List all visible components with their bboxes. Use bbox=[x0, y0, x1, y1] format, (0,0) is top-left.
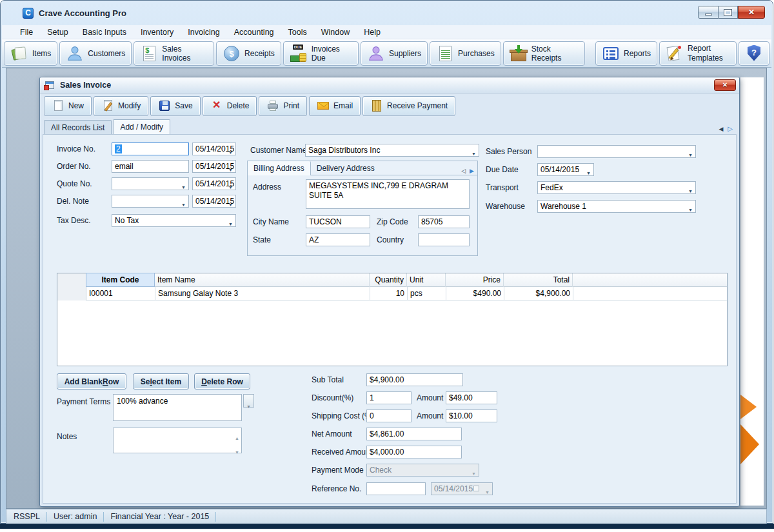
invoice-no-label: Invoice No. bbox=[57, 143, 95, 155]
cell-unit[interactable]: pcs bbox=[408, 287, 446, 300]
col-total[interactable]: Total bbox=[504, 273, 573, 287]
address-field[interactable]: MEGASYSTEMS INC,799 E DRAGRAM SUITE 5A bbox=[306, 179, 470, 209]
prev-tab-icon[interactable] bbox=[719, 122, 723, 133]
payment-mode-combo[interactable]: Check bbox=[366, 464, 479, 477]
invoice-toolbar: New Modify Save ✕ Delete Print bbox=[40, 94, 739, 118]
tab-delivery-address[interactable]: Delivery Address bbox=[311, 161, 381, 175]
state-field[interactable]: AZ bbox=[306, 233, 370, 246]
maximize-button[interactable] bbox=[719, 6, 738, 19]
col-item-name[interactable]: Item Name bbox=[155, 273, 370, 287]
toolbar-help-button[interactable]: ? bbox=[739, 41, 769, 66]
save-icon bbox=[158, 99, 171, 112]
sales-invoice-close-button[interactable]: ✕ bbox=[714, 79, 736, 91]
shipping-percent-field[interactable]: 0 bbox=[366, 409, 412, 422]
menu-file[interactable]: File bbox=[13, 26, 40, 38]
next-tab-icon[interactable] bbox=[728, 122, 733, 133]
delete-button[interactable]: ✕ Delete bbox=[203, 96, 257, 116]
menu-invoicing[interactable]: Invoicing bbox=[181, 26, 226, 38]
app-window: C Crave Accounting Pro ✕ File Setup Basi… bbox=[0, 0, 773, 524]
menu-window[interactable]: Window bbox=[314, 26, 357, 38]
menu-accounting[interactable]: Accounting bbox=[227, 26, 281, 38]
sales-invoice-titlebar[interactable]: Sales Invoice bbox=[40, 77, 739, 94]
toolbar-customers-button[interactable]: Customers bbox=[59, 41, 132, 66]
print-button[interactable]: Print bbox=[259, 96, 307, 116]
invoice-no-field[interactable]: 2 bbox=[112, 143, 189, 155]
row-selector[interactable] bbox=[57, 287, 86, 300]
order-no-field[interactable]: email bbox=[112, 160, 189, 173]
received-amount-field[interactable]: $4,000.00 bbox=[366, 446, 462, 458]
sales-person-combo[interactable] bbox=[537, 145, 696, 158]
warehouse-combo[interactable]: Warehouse 1 bbox=[537, 200, 696, 213]
prev-address-tab-icon[interactable] bbox=[461, 164, 466, 175]
col-item-code[interactable]: Item Code bbox=[86, 273, 155, 287]
menu-help[interactable]: Help bbox=[357, 26, 388, 38]
new-button[interactable]: New bbox=[44, 96, 92, 116]
add-blank-row-button[interactable]: Add Blank Row bbox=[57, 373, 126, 389]
receive-payment-button[interactable]: Receive Payment bbox=[362, 96, 455, 116]
menu-tools[interactable]: Tools bbox=[281, 26, 314, 38]
discount-percent-field[interactable]: 1 bbox=[366, 391, 412, 404]
toolbar-stock-receipts-button[interactable]: Stock Receipts bbox=[503, 41, 585, 66]
due-date-combo[interactable]: 05/14/2015 bbox=[537, 163, 594, 176]
cell-total[interactable]: $4,900.00 bbox=[504, 287, 573, 300]
email-button[interactable]: Email bbox=[309, 96, 361, 116]
del-note-combo[interactable] bbox=[112, 195, 189, 208]
toolbar-report-templates-button[interactable]: Report Templates bbox=[659, 41, 737, 66]
toolbar-items-button[interactable]: Items bbox=[4, 41, 57, 66]
zip-field[interactable]: 85705 bbox=[418, 215, 470, 228]
col-price[interactable]: Price bbox=[446, 273, 504, 287]
date-checkbox[interactable] bbox=[473, 486, 479, 491]
delete-row-button[interactable]: Delete Row bbox=[194, 373, 250, 389]
del-note-date-combo[interactable]: 05/14/2015 bbox=[192, 195, 236, 208]
tab-billing-address[interactable]: Billing Address bbox=[248, 161, 311, 175]
country-field[interactable] bbox=[418, 233, 470, 246]
shipping-amount-field[interactable]: $10.00 bbox=[446, 409, 497, 422]
col-quantity[interactable]: Quantity bbox=[370, 273, 407, 287]
row-selector-header[interactable] bbox=[57, 273, 86, 287]
payment-terms-field[interactable]: 100% advance bbox=[113, 394, 242, 421]
next-address-tab-icon[interactable] bbox=[470, 164, 474, 175]
net-amount-field[interactable]: $4,861.00 bbox=[366, 428, 462, 440]
city-field[interactable]: TUCSON bbox=[306, 215, 370, 228]
transport-combo[interactable]: FedEx bbox=[537, 181, 696, 194]
minimize-button[interactable] bbox=[698, 6, 719, 19]
reference-no-field[interactable] bbox=[366, 482, 426, 495]
cell-quantity[interactable]: 10 bbox=[370, 287, 408, 300]
due-date-label: Due Date bbox=[486, 163, 519, 176]
col-unit[interactable]: Unit bbox=[407, 273, 446, 287]
select-item-button[interactable]: Select Item bbox=[133, 373, 189, 389]
notes-field[interactable] bbox=[113, 428, 242, 453]
sub-total-label: Sub Total bbox=[312, 373, 344, 386]
screen: C Crave Accounting Pro ✕ File Setup Basi… bbox=[0, 0, 774, 532]
toolbar-sales-invoices-button[interactable]: $ Sales Invoices bbox=[134, 41, 214, 66]
tab-add-modify[interactable]: Add / Modify bbox=[113, 119, 170, 134]
save-button[interactable]: Save bbox=[150, 96, 200, 116]
reference-date-combo[interactable]: 05/14/2015 bbox=[431, 482, 493, 495]
invoice-date-combo[interactable]: 05/14/2015 bbox=[192, 143, 236, 155]
modify-button[interactable]: Modify bbox=[94, 96, 148, 116]
cell-item-name[interactable]: Samsung Galay Note 3 bbox=[155, 287, 370, 300]
menu-basic-inputs[interactable]: Basic Inputs bbox=[75, 26, 134, 38]
customer-name-combo[interactable]: Saga Distributors Inc bbox=[305, 144, 479, 157]
tab-all-records-list[interactable]: All Records List bbox=[44, 120, 112, 134]
quote-no-combo[interactable] bbox=[112, 177, 189, 190]
toolbar-reports-button[interactable]: Reports bbox=[595, 41, 657, 66]
app-titlebar[interactable]: C Crave Accounting Pro ✕ bbox=[1, 1, 773, 25]
menu-inventory[interactable]: Inventory bbox=[134, 26, 181, 38]
toolbar-suppliers-button[interactable]: Suppliers bbox=[361, 41, 428, 66]
dropdown-arrow-icon bbox=[688, 150, 693, 159]
order-date-combo[interactable]: 05/14/2015 bbox=[192, 160, 236, 173]
toolbar-receipts-button[interactable]: $ Receipts bbox=[216, 41, 281, 66]
toolbar-purchases-button[interactable]: Purchases bbox=[430, 41, 501, 66]
payment-terms-dropdown-button[interactable] bbox=[243, 394, 254, 408]
menu-setup[interactable]: Setup bbox=[40, 26, 75, 38]
close-button[interactable]: ✕ bbox=[738, 6, 765, 19]
toolbar-invoices-due-button[interactable]: DUE Invoices Due bbox=[283, 41, 359, 66]
sub-total-field[interactable]: $4,900.00 bbox=[366, 373, 463, 386]
quote-date-combo[interactable]: 05/14/2015 bbox=[192, 177, 236, 190]
tax-desc-combo[interactable]: No Tax bbox=[112, 214, 236, 227]
discount-amount-field[interactable]: $49.00 bbox=[446, 391, 497, 404]
cell-price[interactable]: $490.00 bbox=[446, 287, 504, 300]
cell-item-code[interactable]: I00001 bbox=[86, 287, 155, 300]
notes-scroll[interactable] bbox=[235, 431, 239, 457]
